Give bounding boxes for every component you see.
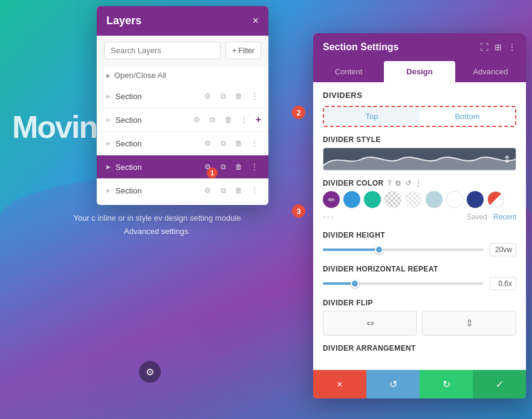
divider-height-label: Divider Height	[323, 231, 516, 239]
divider-height-track[interactable]	[323, 248, 484, 251]
layer-add-button[interactable]: +	[256, 114, 261, 125]
divider-flip-field: Divider Flip ⇔ ⇕	[323, 299, 516, 336]
color-swatch-striped[interactable]	[487, 191, 504, 208]
divider-flip-horizontal-button[interactable]: ⇔	[323, 311, 417, 336]
settings-footer: × ↺ ↻ ✓	[313, 369, 526, 398]
divider-height-slider-row: 20vw	[323, 243, 516, 256]
layer-delete-icon[interactable]: 🗑	[222, 113, 235, 126]
layer-gear-icon[interactable]: ⚙	[201, 137, 214, 150]
divider-height-field: Divider Height 20vw	[323, 231, 516, 256]
layers-filter-button[interactable]: + Filter	[225, 42, 261, 59]
settings-redo-button[interactable]: ↻	[420, 370, 473, 398]
layers-search-bar: + Filter	[97, 36, 268, 66]
layers-open-close[interactable]: Open/Close All	[97, 66, 268, 85]
divider-style-preview[interactable]: ⇕	[323, 148, 516, 171]
layer-copy-icon[interactable]: ⧉	[216, 160, 230, 174]
layer-actions: ⚙ ⧉ 🗑 ⋮	[201, 89, 261, 103]
settings-cancel-button[interactable]: ×	[313, 370, 366, 398]
color-swatch-transparent[interactable]	[384, 191, 401, 208]
divider-color-label: Divider Color ? ⧉ ↺ ⋮	[323, 179, 516, 187]
color-reset-icon[interactable]: ↺	[405, 179, 411, 187]
divider-repeat-value[interactable]: 0.6x	[490, 277, 516, 290]
layers-close-button[interactable]: ×	[252, 15, 259, 27]
divider-height-value[interactable]: 20vw	[490, 243, 516, 256]
dividers-section: Dividers Top Bottom	[323, 91, 516, 127]
layer-name: Section	[115, 163, 197, 172]
layer-delete-icon[interactable]: 🗑	[232, 89, 245, 103]
layer-name: Section	[115, 139, 197, 148]
settings-confirm-button[interactable]: ✓	[473, 370, 526, 398]
layers-title: Layers	[106, 15, 141, 27]
layer-name: Section	[115, 115, 187, 125]
settings-title: Section Settings	[323, 42, 398, 53]
layer-copy-icon[interactable]: ⧉	[206, 113, 219, 126]
settings-undo-button[interactable]: ↺	[366, 370, 420, 398]
divider-top-bottom-tabs: Top Bottom	[323, 106, 516, 127]
color-recent-label[interactable]: Recent	[493, 213, 516, 221]
color-eyedropper[interactable]: ✏	[323, 191, 340, 208]
layer-delete-icon[interactable]: 🗑	[232, 184, 245, 197]
badge-2: 2	[292, 106, 305, 119]
layer-copy-icon[interactable]: ⧉	[216, 184, 230, 197]
color-help-icon[interactable]: ?	[388, 179, 392, 187]
color-swatch-teal[interactable]	[364, 191, 381, 208]
layers-header: Layers ×	[97, 6, 268, 36]
color-copy-icon[interactable]: ⧉	[395, 179, 401, 187]
layer-more-icon[interactable]: ⋮	[248, 137, 261, 150]
layer-actions: ⚙ ⧉ 🗑 ⋮ +	[190, 113, 261, 126]
layer-actions: ⚙ ⧉ 🗑 ⋮	[201, 184, 261, 197]
divider-color-field: Divider Color ? ⧉ ↺ ⋮ ✏ ··· Saved	[323, 179, 516, 222]
color-saved-label: Saved	[467, 213, 487, 221]
layer-gear-icon[interactable]: ⚙	[190, 113, 204, 126]
color-more-button[interactable]: ···	[323, 212, 334, 222]
settings-panel: Section Settings ⛶ ⊞ ⋮ Content Design Ad…	[313, 33, 526, 398]
color-swatch-white[interactable]	[446, 191, 463, 208]
bg-body-text: Your c inline or in style ev design sett…	[60, 212, 254, 238]
settings-fullscreen-icon[interactable]: ⛶	[480, 42, 488, 52]
layer-copy-icon[interactable]: ⧉	[216, 137, 230, 150]
layer-gear-icon[interactable]: ⚙	[201, 89, 214, 103]
layer-copy-icon[interactable]: ⧉	[216, 89, 230, 103]
layer-arrow-icon: ▶	[106, 187, 111, 193]
color-more-icon[interactable]: ⋮	[415, 179, 422, 187]
layer-arrow-icon: ▶	[106, 117, 111, 123]
divider-tab-bottom[interactable]: Bottom	[420, 107, 515, 126]
layer-more-icon[interactable]: ⋮	[248, 89, 261, 103]
divider-flip-vertical-button[interactable]: ⇕	[422, 311, 516, 336]
divider-tab-top[interactable]: Top	[324, 107, 420, 126]
layer-gear-icon[interactable]: ⚙	[201, 184, 214, 197]
color-swatch-lightblue[interactable]	[426, 191, 443, 208]
divider-repeat-track[interactable]	[323, 282, 484, 285]
divider-arrangement-label: Divider Arrangement	[323, 344, 516, 352]
tab-content[interactable]: Content	[313, 61, 384, 82]
color-swatches: ✏	[323, 191, 516, 208]
divider-style-svg	[323, 148, 516, 171]
layer-item-2: ▶ Section ⚙ ⧉ 🗑 ⋮ +	[97, 108, 268, 132]
tab-advanced[interactable]: Advanced	[455, 61, 526, 82]
layer-more-icon[interactable]: ⋮	[248, 160, 261, 174]
settings-more-icon[interactable]: ⋮	[508, 42, 516, 52]
badge-3: 3	[292, 204, 305, 218]
bg-settings-icon[interactable]: ⚙	[139, 361, 161, 383]
divider-flip-buttons: ⇔ ⇕	[323, 311, 516, 336]
layer-item-4-active: ▶ Section ⚙ 1 ⧉ 🗑 ⋮	[97, 155, 268, 179]
color-swatch-navy[interactable]	[467, 191, 484, 208]
divider-style-arrow-icon: ⇕	[503, 154, 511, 165]
layer-gear-icon[interactable]: ⚙ 1	[201, 160, 214, 174]
divider-repeat-slider-row: 0.6x	[323, 277, 516, 290]
color-swatch-blue[interactable]	[343, 191, 360, 208]
color-swatch-transparent2[interactable]	[405, 191, 422, 208]
settings-columns-icon[interactable]: ⊞	[495, 42, 502, 52]
layer-delete-icon[interactable]: 🗑	[232, 160, 245, 174]
layer-more-icon[interactable]: ⋮	[238, 113, 251, 126]
divider-flip-label: Divider Flip	[323, 299, 516, 307]
layer-delete-icon[interactable]: 🗑	[232, 137, 245, 150]
layer-item-3: ▶ Section ⚙ ⧉ 🗑 ⋮	[97, 132, 268, 155]
layers-search-input[interactable]	[104, 42, 221, 59]
layer-arrow-icon: ▶	[106, 93, 111, 99]
divider-style-label: Divider Style	[323, 135, 516, 144]
divider-height-thumb[interactable]	[375, 245, 383, 254]
divider-repeat-thumb[interactable]	[351, 279, 359, 288]
tab-design[interactable]: Design	[384, 61, 455, 82]
layer-more-icon[interactable]: ⋮	[248, 184, 261, 197]
